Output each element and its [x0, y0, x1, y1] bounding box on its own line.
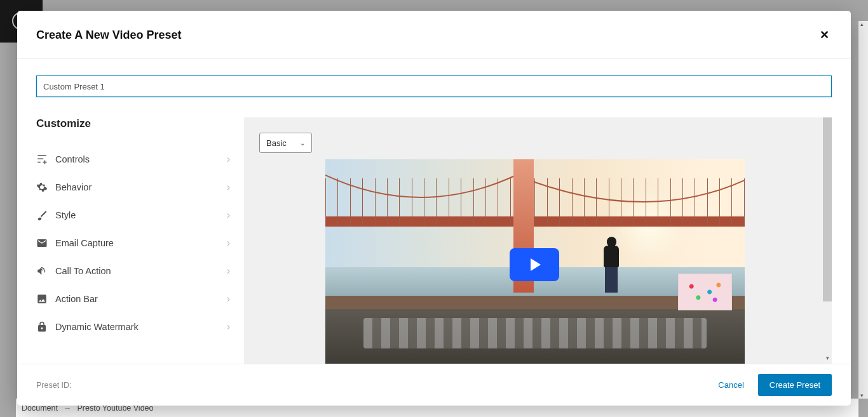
create-preset-button[interactable]: Create Preset — [758, 374, 832, 396]
menu-item-style[interactable]: Style › — [36, 201, 230, 229]
menu-item-email[interactable]: Email Capture › — [36, 229, 230, 257]
modal-backdrop: Create A New Video Preset ✕ Customize Co… — [0, 0, 868, 417]
menu-item-controls[interactable]: Controls › — [36, 145, 230, 173]
customize-heading: Customize — [36, 117, 230, 130]
menu-item-behavior[interactable]: Behavior › — [36, 173, 230, 201]
cancel-button[interactable]: Cancel — [718, 380, 743, 390]
menu-item-cta[interactable]: Call To Action › — [36, 257, 230, 285]
chevron-right-icon: › — [227, 293, 230, 305]
chevron-right-icon: › — [227, 182, 230, 193]
modal-title: Create A New Video Preset — [36, 29, 181, 42]
create-preset-modal: Create A New Video Preset ✕ Customize Co… — [17, 11, 851, 406]
menu-label: Style — [55, 210, 227, 220]
scene-graffiti — [363, 318, 707, 348]
skin-dropdown[interactable]: Basic ⌄ — [259, 133, 312, 153]
image-icon — [36, 293, 55, 305]
chevron-right-icon: › — [227, 237, 230, 249]
menu-label: Call To Action — [55, 266, 227, 276]
mail-icon — [36, 237, 55, 249]
menu-item-actionbar[interactable]: Action Bar › — [36, 285, 230, 313]
dropdown-value: Basic — [266, 138, 287, 148]
lock-icon — [36, 321, 55, 333]
menu-label: Email Capture — [55, 238, 227, 248]
big-play-button[interactable] — [510, 248, 559, 281]
chevron-down-icon: ⌄ — [300, 140, 305, 147]
preset-id-label: Preset ID: — [36, 381, 72, 390]
preset-name-input[interactable] — [36, 76, 832, 97]
menu-label: Dynamic Watermark — [55, 322, 227, 332]
chevron-right-icon: › — [227, 265, 230, 277]
modal-footer: Preset ID: Cancel Create Preset — [17, 364, 851, 406]
brush-icon — [36, 209, 55, 221]
close-icon[interactable]: ✕ — [817, 25, 832, 44]
menu-label: Behavior — [55, 182, 227, 192]
scene-person — [604, 237, 620, 293]
menu-label: Controls — [55, 154, 227, 164]
pip-thumbnail[interactable] — [678, 274, 732, 310]
preview-pane: Basic ⌄ — [244, 117, 832, 364]
scene-suspenders — [325, 178, 745, 226]
modal-header: Create A New Video Preset ✕ — [17, 11, 851, 59]
video-player: 10↶ 10↶ 00:00 — [325, 159, 745, 364]
chevron-right-icon: › — [227, 321, 230, 333]
modal-body: Customize Controls › Behavior › — [17, 59, 851, 364]
menu-label: Action Bar — [55, 294, 227, 304]
chevron-right-icon: › — [227, 209, 230, 221]
chevron-right-icon: › — [227, 154, 230, 165]
customize-sidebar: Customize Controls › Behavior › — [36, 117, 230, 364]
preview-scrollbar[interactable]: ▾ — [823, 117, 832, 364]
sliders-icon — [36, 154, 55, 165]
gear-icon — [36, 182, 55, 193]
megaphone-icon — [36, 265, 55, 277]
menu-item-watermark[interactable]: Dynamic Watermark › — [36, 313, 230, 341]
